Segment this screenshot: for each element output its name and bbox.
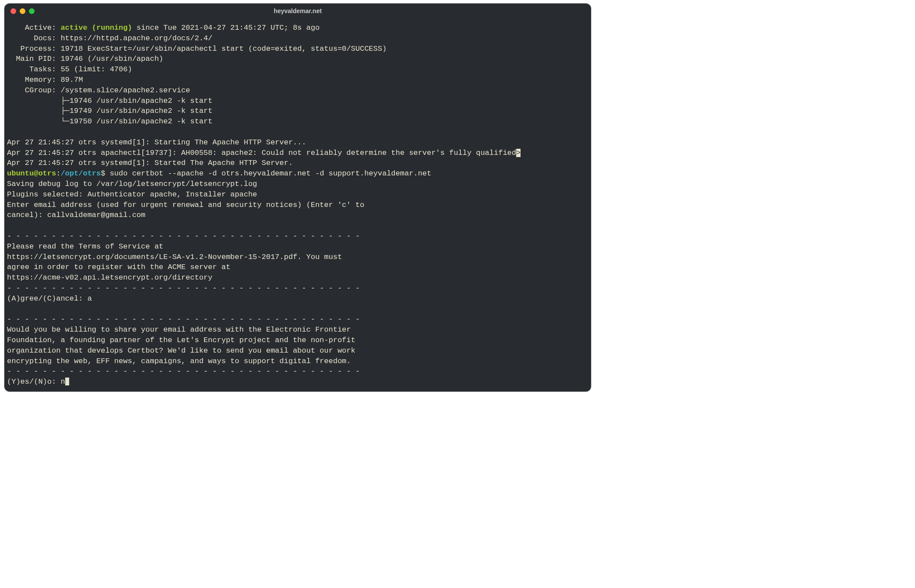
status-cgroup-3: └─19750 /usr/sbin/apache2 -k start: [7, 117, 212, 126]
output-line: encrypting the web, EFF news, campaigns,…: [7, 357, 351, 365]
prompt-path: /opt/otrs: [60, 169, 101, 178]
status-memory: Memory: 89.7M: [7, 76, 83, 84]
window-title: heyvaldemar.net: [4, 7, 591, 14]
output-line: https://letsencrypt.org/documents/LE-SA-…: [7, 253, 342, 261]
output-line: Saving debug log to /var/log/letsencrypt…: [7, 180, 257, 188]
window-controls: [11, 8, 35, 14]
status-active-since: since Tue 2021-04-27 21:45:27 UTC; 8s ag…: [132, 24, 320, 32]
status-cgroup-2: ├─19749 /usr/sbin/apache2 -k start: [7, 107, 212, 115]
output-line: Plugins selected: Authenticator apache, …: [7, 190, 257, 199]
divider: - - - - - - - - - - - - - - - - - - - - …: [7, 367, 360, 375]
minimize-icon[interactable]: [20, 8, 25, 14]
output-line: https://acme-v02.api.letsencrypt.org/dir…: [7, 273, 212, 282]
divider: - - - - - - - - - - - - - - - - - - - - …: [7, 284, 360, 292]
status-active-value: active (running): [60, 24, 132, 32]
status-process: Process: 19718 ExecStart=/usr/sbin/apach…: [7, 45, 387, 53]
command-input[interactable]: sudo certbot --apache -d otrs.heyvaldema…: [110, 169, 432, 178]
status-mainpid: Main PID: 19746 (/usr/sbin/apach): [7, 55, 163, 63]
output-line: organization that develops Certbot? We'd…: [7, 346, 355, 355]
divider: - - - - - - - - - - - - - - - - - - - - …: [7, 315, 360, 323]
output-line: agree in order to register with the ACME…: [7, 263, 230, 271]
prompt-userhost: ubuntu@otrs: [7, 169, 56, 178]
agree-input[interactable]: (A)gree/(C)ancel: a: [7, 294, 92, 303]
titlebar: heyvaldemar.net: [4, 4, 591, 18]
output-line: Please read the Terms of Service at: [7, 242, 163, 251]
yesno-input[interactable]: (Y)es/(N)o: n: [7, 378, 65, 386]
status-active-label: Active:: [7, 24, 60, 32]
terminal-body[interactable]: Active: active (running) since Tue 2021-…: [4, 18, 591, 392]
status-cgroup: CGroup: /system.slice/apache2.service: [7, 86, 190, 94]
status-tasks: Tasks: 55 (limit: 4706): [7, 65, 132, 74]
terminal-window: heyvaldemar.net Active: active (running)…: [4, 4, 591, 392]
output-line: Foundation, a founding partner of the Le…: [7, 336, 355, 344]
status-cgroup-1: ├─19746 /usr/sbin/apache2 -k start: [7, 97, 212, 105]
output-line: Enter email address (used for urgent ren…: [7, 201, 364, 209]
log-line-3: Apr 27 21:45:27 otrs systemd[1]: Started…: [7, 159, 293, 167]
cursor-icon: [65, 378, 69, 385]
status-docs: Docs: https://httpd.apache.org/docs/2.4/: [7, 34, 212, 42]
prompt-dollar: $: [101, 169, 109, 178]
output-line: Would you be willing to share your email…: [7, 326, 351, 334]
truncation-indicator-icon: >: [516, 149, 521, 157]
log-line-2: Apr 27 21:45:27 otrs apachectl[19737]: A…: [7, 149, 516, 157]
close-icon[interactable]: [11, 8, 16, 14]
log-line-1: Apr 27 21:45:27 otrs systemd[1]: Startin…: [7, 138, 306, 147]
email-input[interactable]: cancel): callvaldemar@gmail.com: [7, 211, 145, 219]
prompt-colon: :: [56, 169, 60, 178]
divider: - - - - - - - - - - - - - - - - - - - - …: [7, 232, 360, 240]
zoom-icon[interactable]: [29, 8, 35, 14]
